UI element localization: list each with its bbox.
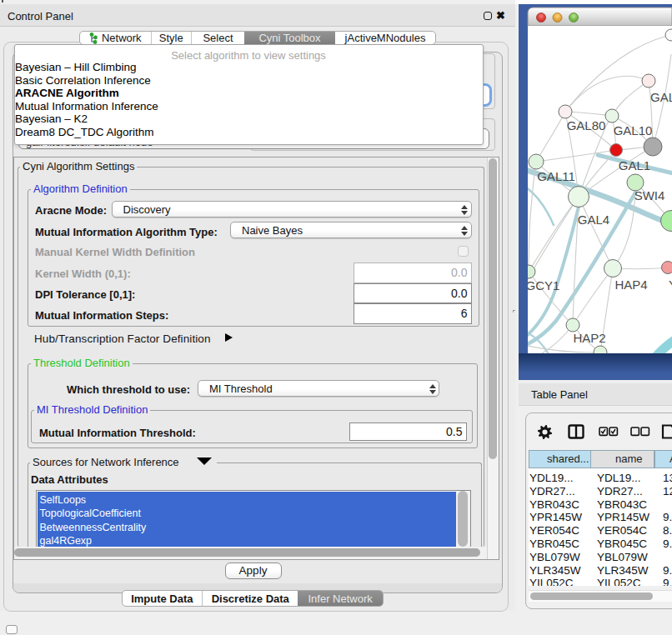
svg-text:GAL11: GAL11 (537, 169, 575, 183)
svg-text:GAL10: GAL10 (614, 123, 653, 138)
svg-text:SWI4: SWI4 (634, 188, 665, 202)
svg-text:GAL: GAL (650, 90, 672, 104)
svg-text:HAP4: HAP4 (614, 278, 647, 292)
svg-text:GCY1: GCY1 (526, 278, 560, 292)
svg-text:GAL4: GAL4 (578, 212, 609, 227)
svg-text:GAL1: GAL1 (619, 158, 650, 172)
svg-text:HAP2: HAP2 (573, 331, 605, 345)
svg-text:Y: Y (669, 278, 672, 292)
svg-text:GAL80: GAL80 (567, 118, 606, 132)
